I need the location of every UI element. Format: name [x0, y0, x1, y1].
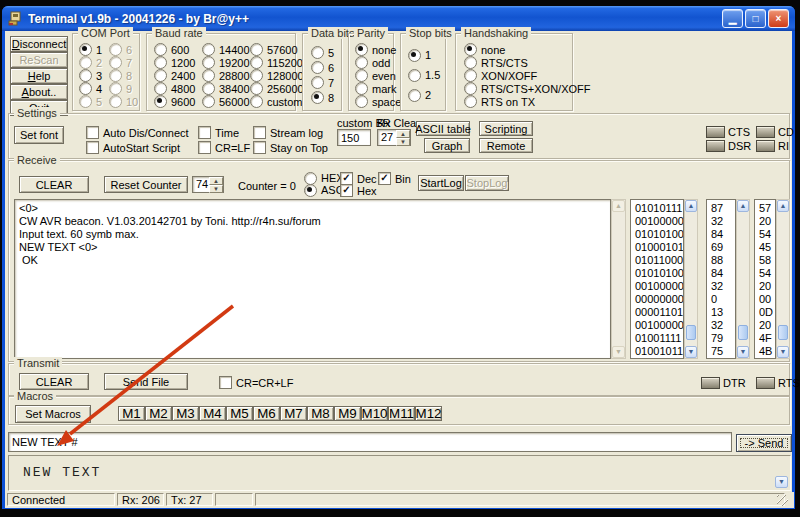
radio-option[interactable]: 57600	[250, 43, 304, 56]
check-bin[interactable]: ✓Bin	[378, 172, 411, 185]
radio-option[interactable]: 4800	[154, 82, 195, 95]
radio-option[interactable]: 115200	[250, 56, 304, 69]
close-button-icon[interactable]: ×	[768, 9, 789, 28]
radio-option[interactable]: none	[355, 43, 401, 56]
radio-option[interactable]: XON/XOFF	[464, 69, 591, 82]
hex-column[interactable]: 57205445585420000D204F4B	[754, 199, 776, 359]
spin-up-icon[interactable]: ▲	[209, 177, 223, 185]
scroll-down-icon[interactable]: ▼	[775, 476, 788, 488]
transmit-input[interactable]	[8, 432, 732, 452]
spin-up-icon[interactable]: ▲	[396, 130, 410, 138]
spin-down-icon[interactable]: ▼	[396, 138, 410, 146]
set-font-button[interactable]: Set font	[14, 126, 64, 144]
scroll-down-icon[interactable]: ▼	[737, 346, 749, 358]
scroll-up-icon[interactable]: ▲	[612, 200, 625, 212]
scroll-down-icon[interactable]: ▼	[777, 346, 789, 358]
macro-button[interactable]: M12	[415, 406, 442, 421]
check-time[interactable]: Time	[198, 126, 239, 139]
radio-option[interactable]: 2	[408, 85, 440, 105]
radio-option[interactable]: custom	[250, 95, 304, 108]
receive-terminal[interactable]: <0>CW AVR beacon. V1.03.20142701 by Toni…	[14, 199, 611, 359]
macro-button[interactable]: M3	[172, 406, 199, 421]
rx-counter-spin-buttons[interactable]: ▲▼	[209, 177, 223, 192]
radio-option[interactable]: 56000	[202, 95, 250, 108]
scroll-down-icon[interactable]: ▼	[685, 346, 697, 358]
macro-button[interactable]: M5	[226, 406, 253, 421]
macro-button[interactable]: M1	[118, 406, 145, 421]
scroll-up-icon[interactable]: ▲	[737, 200, 749, 212]
scrollbar-thumb[interactable]	[738, 325, 748, 340]
scroll-up-icon[interactable]: ▲	[777, 200, 789, 212]
macro-button[interactable]: M8	[307, 406, 334, 421]
radio-option[interactable]: 2400	[154, 69, 195, 82]
decimal-scrollbar[interactable]: ▲ ▼	[736, 199, 750, 359]
reset-counter-button[interactable]: Reset Counter	[104, 176, 188, 193]
check-cr-cr-lf[interactable]: CR=CR+LF	[219, 376, 293, 389]
receive-clear-button[interactable]: CLEAR	[19, 176, 89, 193]
scrollbar-thumb[interactable]	[778, 325, 788, 340]
rx-counter-spinner[interactable]: 74 ▲▼	[192, 176, 224, 193]
radio-option[interactable]: 5	[311, 45, 334, 60]
send-button[interactable]: -> Send	[736, 434, 792, 452]
radio-option[interactable]: 14400	[202, 43, 250, 56]
binary-column[interactable]: 0101011100100000010101000100010101011000…	[630, 199, 684, 359]
send-file-button[interactable]: Send File	[104, 373, 188, 390]
dtr-indicator[interactable]: DTR	[701, 377, 746, 389]
radio-option[interactable]: 28800	[202, 69, 250, 82]
radio-option[interactable]: 3	[79, 69, 102, 82]
graph-button[interactable]: Graph	[424, 138, 470, 153]
check-auto-disconnect[interactable]: Auto Dis/Connect	[86, 126, 189, 139]
radio-option[interactable]: 128000	[250, 69, 304, 82]
radio-option[interactable]: even	[355, 69, 401, 82]
radio-option[interactable]: RTS on TX	[464, 95, 591, 108]
rx-clear-spinner[interactable]: 27 ▲▼	[377, 129, 411, 146]
radio-option[interactable]: space	[355, 95, 401, 108]
radio-option[interactable]: RTS/CTS	[464, 56, 591, 69]
radio-option[interactable]: 38400	[202, 82, 250, 95]
check-stay-on-top[interactable]: Stay on Top	[253, 141, 328, 154]
remote-button[interactable]: Remote	[479, 138, 533, 153]
radio-option[interactable]: 8	[311, 90, 334, 105]
macro-button[interactable]: M6	[253, 406, 280, 421]
radio-option[interactable]: 1200	[154, 56, 195, 69]
receive-terminal-scrollbar[interactable]: ▲ ▼	[611, 199, 626, 359]
ascii-table-button[interactable]: ASCII table	[416, 121, 470, 136]
resize-grip[interactable]	[777, 495, 788, 506]
radio-option[interactable]: 4	[79, 82, 102, 95]
scroll-down-icon[interactable]: ▼	[612, 346, 625, 358]
spin-down-icon[interactable]: ▼	[209, 185, 223, 193]
transmit-clear-button[interactable]: CLEAR	[19, 373, 89, 390]
macro-button[interactable]: M7	[280, 406, 307, 421]
disconnect-button[interactable]: Disconnect	[10, 36, 68, 52]
radio-option[interactable]: odd	[355, 56, 401, 69]
macro-button[interactable]: M10	[361, 406, 388, 421]
about-button[interactable]: About..	[10, 84, 68, 100]
scripting-button[interactable]: Scripting	[479, 121, 533, 136]
radio-option[interactable]: 19200	[202, 56, 250, 69]
macro-button[interactable]: M9	[334, 406, 361, 421]
radio-option[interactable]: 6	[311, 60, 334, 75]
custom-br-input[interactable]	[337, 129, 371, 146]
help-button[interactable]: Help	[10, 68, 68, 84]
radio-option[interactable]: none	[464, 43, 591, 56]
radio-option[interactable]: 9600	[154, 95, 195, 108]
rx-clear-spin-buttons[interactable]: ▲▼	[396, 130, 410, 145]
transmit-log[interactable]: NEW TEXT ▼	[8, 455, 791, 491]
binary-scrollbar[interactable]: ▲ ▼	[684, 199, 698, 359]
check-autostart-script[interactable]: AutoStart Script	[86, 141, 180, 154]
startlog-button[interactable]: StartLog	[418, 175, 464, 191]
maximize-button-icon[interactable]: □	[745, 9, 766, 28]
check-hex[interactable]: ✓Hex	[340, 184, 377, 197]
rts-indicator[interactable]: RTS	[756, 377, 800, 389]
set-macros-button[interactable]: Set Macros	[15, 405, 91, 423]
decimal-column[interactable]: 87328469888432013327975	[706, 199, 736, 359]
macro-button[interactable]: M11	[388, 406, 415, 421]
radio-option[interactable]: 1	[408, 45, 440, 65]
radio-option[interactable]: RTS/CTS+XON/XOFF	[464, 82, 591, 95]
check-cr-lf[interactable]: CR=LF	[198, 141, 250, 154]
radio-option[interactable]: 7	[311, 75, 334, 90]
scroll-up-icon[interactable]: ▲	[685, 200, 697, 212]
radio-option[interactable]: 600	[154, 43, 195, 56]
radio-option[interactable]: 1	[79, 43, 102, 56]
macro-button[interactable]: M2	[145, 406, 172, 421]
